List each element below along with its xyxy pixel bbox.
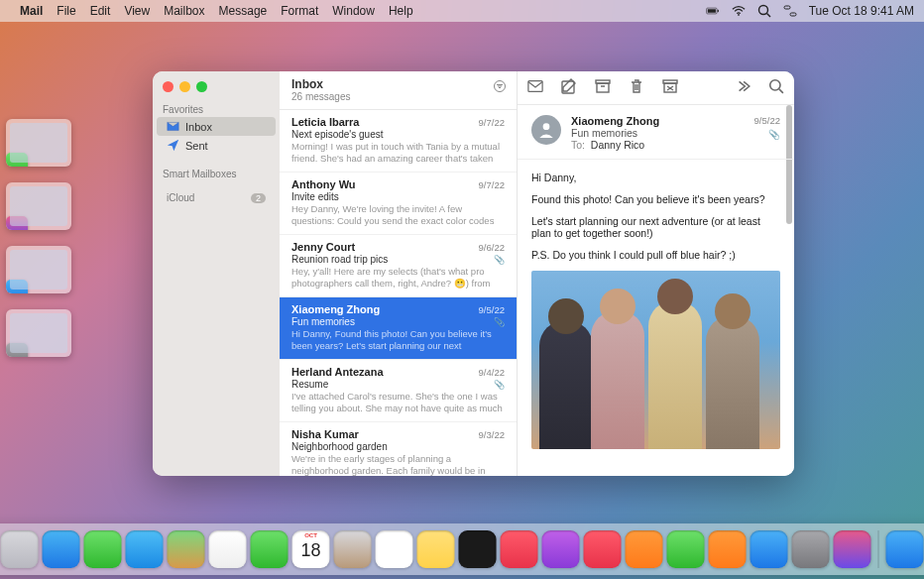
battery-icon[interactable] [706, 4, 720, 18]
dock-icon-launchpad[interactable] [1, 530, 39, 568]
archive-button[interactable] [595, 78, 611, 98]
delete-button[interactable] [629, 78, 644, 98]
message-preview: I've attached Carol's resume. She's the … [291, 391, 505, 414]
body-line: Let's start planning our next adventure … [531, 215, 780, 239]
reader-to: Danny Rico [591, 139, 644, 151]
attachment-photo[interactable] [531, 271, 780, 449]
dock-icon-appstore[interactable] [751, 530, 788, 568]
dock-icon-settings[interactable] [792, 530, 830, 568]
message-from: Anthony Wu [291, 178, 505, 190]
stage-thumb-shortcuts[interactable] [6, 182, 71, 230]
menu-file[interactable]: File [57, 4, 75, 18]
svg-rect-9 [528, 80, 542, 91]
dock-icon-photos[interactable] [209, 530, 247, 568]
fullscreen-button[interactable] [196, 81, 207, 92]
svg-rect-12 [597, 83, 609, 92]
message-preview: We're in the early stages of planning a … [291, 453, 505, 476]
dock-icon-tv[interactable] [459, 530, 497, 568]
sidebar-item-label: Sent [185, 140, 208, 152]
dock-icon-news[interactable] [584, 530, 622, 568]
compose-button[interactable] [561, 78, 577, 98]
list-subtitle: 26 messages [291, 91, 505, 102]
stage-thumb-messages[interactable] [6, 119, 71, 167]
sidebar-item-icloud[interactable]: iCloud 2 [157, 189, 276, 206]
reader-header: Xiaomeng Zhong Fun memories To: Danny Ri… [518, 105, 794, 160]
message-row[interactable]: Leticia Ibarra9/7/22Next episode's guest… [280, 110, 517, 173]
spotlight-icon[interactable] [757, 4, 771, 18]
dock-icon-contacts[interactable] [334, 530, 372, 568]
dock-icon-downloads[interactable] [886, 530, 924, 568]
dock-icon-maps[interactable] [168, 530, 205, 568]
reader-to-label: To: [571, 139, 585, 151]
menu-format[interactable]: Format [281, 4, 318, 18]
dock-icon-reminders[interactable] [376, 530, 413, 568]
minimize-button[interactable] [179, 81, 190, 92]
icloud-badge: 2 [251, 193, 266, 203]
body-line: P.S. Do you think I could pull off blue … [531, 249, 780, 261]
dock-icon-safari[interactable] [43, 530, 80, 568]
menu-mailbox[interactable]: Mailbox [164, 4, 204, 18]
menu-message[interactable]: Message [219, 4, 268, 18]
message-list[interactable]: Leticia Ibarra9/7/22Next episode's guest… [280, 110, 517, 476]
message-row[interactable]: Anthony Wu9/7/22Invite editsHey Danny, W… [280, 173, 517, 235]
mail-window: Favorites Inbox Sent Smart Mailboxes iCl… [153, 71, 794, 476]
reader-from: Xiaomeng Zhong [571, 115, 780, 127]
body-line: Found this photo! Can you believe it's b… [531, 193, 780, 205]
stage-manager-strip [6, 119, 91, 373]
dock-icon-mail[interactable] [126, 530, 164, 568]
message-preview: Hi Danny, Found this photo! Can you beli… [291, 328, 505, 352]
filter-icon[interactable] [493, 79, 507, 97]
message-subject: Neighborhood garden [291, 441, 505, 452]
dock-icon-books[interactable] [626, 530, 663, 568]
body-line: Hi Danny, [531, 172, 780, 183]
dock-icon-notes[interactable] [417, 530, 455, 568]
stage-thumb-safari[interactable] [6, 246, 71, 293]
dock-icon-messages[interactable] [84, 530, 122, 568]
message-row[interactable]: Herland Antezana9/4/22📎ResumeI've attach… [280, 360, 517, 422]
sidebar-item-sent[interactable]: Sent [157, 136, 276, 155]
dock-icon-pages[interactable] [709, 530, 747, 568]
message-preview: Morning! I was put in touch with Tania b… [291, 141, 505, 165]
menu-window[interactable]: Window [332, 4, 375, 18]
message-from: Leticia Ibarra [291, 116, 505, 128]
dock-separator [878, 530, 879, 568]
svg-rect-1 [707, 9, 715, 13]
message-row[interactable]: Jenny Court9/6/22📎Reunion road trip pics… [280, 235, 517, 297]
scrollbar[interactable] [786, 105, 792, 472]
message-row[interactable]: Nisha Kumar9/3/22Neighborhood gardenWe'r… [280, 422, 517, 476]
more-button[interactable] [735, 78, 751, 98]
datetime[interactable]: Tue Oct 18 9:41 AM [809, 4, 914, 18]
stage-thumb-settings[interactable] [6, 309, 71, 357]
control-center-icon[interactable] [783, 4, 797, 18]
menu-view[interactable]: View [124, 4, 150, 18]
dock-icon-shortcuts[interactable] [834, 530, 871, 568]
search-button[interactable] [768, 78, 784, 98]
reader-subject: Fun memories [571, 127, 780, 139]
attachment-icon: 📎 [494, 380, 505, 390]
dock-icon-numbers[interactable] [667, 530, 705, 568]
get-mail-button[interactable] [527, 78, 543, 98]
reader-body[interactable]: Hi Danny, Found this photo! Can you beli… [518, 160, 794, 461]
wifi-icon[interactable] [732, 4, 746, 18]
svg-rect-6 [784, 6, 790, 9]
menu-help[interactable]: Help [389, 4, 413, 18]
app-menu[interactable]: Mail [20, 4, 43, 18]
close-button[interactable] [163, 81, 173, 92]
svg-line-5 [766, 14, 770, 18]
dock-icon-calendar[interactable]: OCT18 [292, 530, 330, 568]
message-date: 9/6/22 [479, 242, 505, 253]
dock-icon-podcasts[interactable] [542, 530, 580, 568]
dock-icon-facetime[interactable] [251, 530, 289, 568]
message-from: Xiaomeng Zhong [291, 303, 505, 315]
message-from: Herland Antezana [291, 366, 505, 378]
message-list-header: Inbox 26 messages [280, 71, 517, 110]
inbox-icon [167, 120, 179, 133]
junk-button[interactable] [662, 78, 678, 98]
reader-date: 9/5/22 [754, 115, 780, 126]
dock-icon-music[interactable] [501, 530, 538, 568]
sidebar-item-inbox[interactable]: Inbox [157, 117, 276, 136]
message-row[interactable]: Xiaomeng Zhong9/5/22📎Fun memoriesHi Dann… [280, 297, 517, 360]
sidebar-section-smart: Smart Mailboxes [153, 163, 280, 181]
menu-edit[interactable]: Edit [90, 4, 111, 18]
message-subject: Reunion road trip pics [291, 254, 505, 265]
